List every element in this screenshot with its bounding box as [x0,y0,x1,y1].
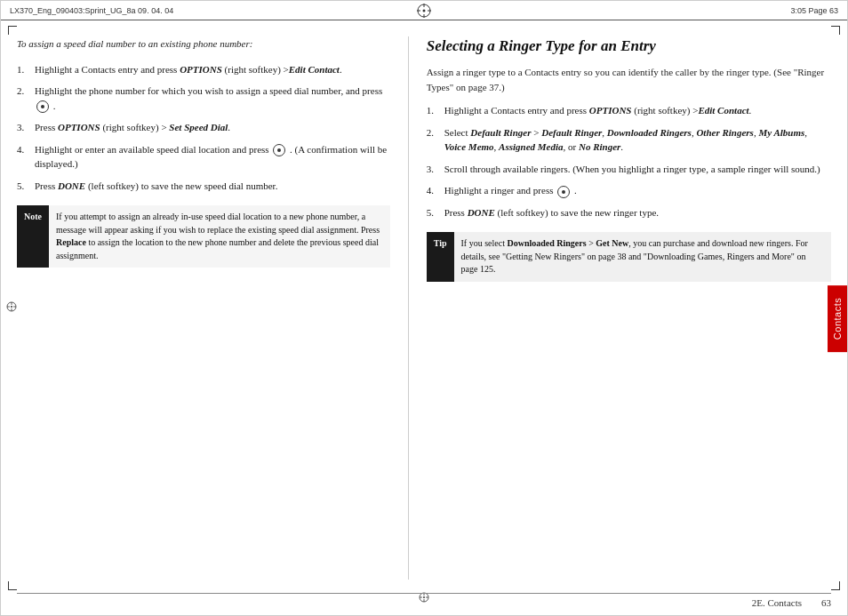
replace-bold: Replace [56,237,86,247]
step-number: 1. [17,62,35,77]
right-steps-list: 1. Highlight a Contacts entry and press … [427,103,831,220]
step-number: 2. [427,125,444,155]
done-text: DONE [468,207,495,218]
side-crosshair-left [6,301,17,316]
step-content: Highlight a Contacts entry and press OPT… [444,103,831,118]
step-content: Highlight a Contacts entry and press OPT… [35,62,390,77]
corner-mark-tl [8,26,17,35]
step-number: 3. [427,162,444,177]
header-center [416,3,432,19]
header-file-info: LX370_Eng_090403:Sprint_UG_8a 09. 04. 04 [10,6,790,15]
corner-mark-tr [831,26,840,35]
list-item: 3. Press OPTIONS (right softkey) > Set S… [17,120,390,135]
options-text: OPTIONS [180,64,222,75]
left-column: To assign a speed dial number to an exis… [17,28,408,588]
right-intro-paragraph: Assign a ringer type to a Contacts entry… [427,65,831,94]
note-content: If you attempt to assign an already in-u… [49,205,390,268]
step-content: Press DONE (left softkey) to save the ne… [444,205,831,220]
list-item: 2. Select Default Ringer > Default Ringe… [427,125,831,155]
no-ringer-text: No Ringer [579,141,620,152]
set-speed-dial-text: Set Speed Dial [169,122,228,132]
header-time-info: 3:05 Page 63 [790,6,838,15]
note-label: Note [17,205,49,268]
header-bar: LX370_Eng_090403:Sprint_UG_8a 09. 04. 04… [1,1,847,20]
list-item: 1. Highlight a Contacts entry and press … [17,62,390,77]
ok-icon [557,186,570,198]
downloaded-ringers-bold: Downloaded Ringers [507,238,586,248]
step-number: 1. [427,103,444,118]
downloaded-ringers-text: Downloaded Ringers [607,127,692,138]
step-content: Select Default Ringer > Default Ringer, … [444,125,831,155]
content-area: To assign a speed dial number to an exis… [17,28,831,588]
corner-mark-bl [8,581,17,590]
list-item: 4. Highlight or enter an available speed… [17,142,390,172]
left-steps-list: 1. Highlight a Contacts entry and press … [17,62,390,194]
step-number: 2. [17,84,35,113]
footer: 2E. Contacts 63 [17,593,831,608]
list-item: 1. Highlight a Contacts entry and press … [427,103,831,118]
step-content: Highlight a ringer and press . [444,183,831,198]
done-text: DONE [58,180,85,191]
step-content: Press OPTIONS (right softkey) > Set Spee… [35,120,390,135]
step-number: 4. [17,142,35,172]
default-ringer-text: Default Ringer [470,127,531,138]
list-item: 4. Highlight a ringer and press . [427,183,831,198]
edit-contact-text: Edit Contact [698,105,748,116]
tip-label: Tip [427,232,454,282]
list-item: 2. Highlight the phone number for which … [17,84,390,113]
right-column: Selecting a Ringer Type for an Entry Ass… [409,28,831,588]
step-number: 5. [427,205,444,220]
default-ringer-2-text: Default Ringer [541,127,602,138]
section-heading: Selecting a Ringer Type for an Entry [427,36,831,56]
tip-content: If you select Downloaded Ringers > Get N… [454,232,831,282]
note-box: Note If you attempt to assign an already… [17,205,390,268]
contacts-tab: Contacts [828,285,847,352]
step-content: Highlight the phone number for which you… [35,84,390,113]
step-content: Press DONE (left softkey) to save the ne… [35,179,390,194]
left-intro-text: To assign a speed dial number to an exis… [17,36,390,52]
list-item: 3. Scroll through available ringers. (Wh… [427,162,831,177]
step-number: 3. [17,120,35,135]
tip-box: Tip If you select Downloaded Ringers > G… [427,232,831,282]
crosshair-icon [416,3,432,19]
step-content: Highlight or enter an available speed di… [35,142,390,172]
list-item: 5. Press DONE (left softkey) to save the… [17,179,390,194]
step-number: 5. [17,179,35,194]
footer-text: 2E. Contacts 63 [752,597,831,608]
svg-point-5 [423,9,426,12]
voice-memo-text: Voice Memo [444,141,494,152]
options-text: OPTIONS [589,105,632,116]
ok-icon [273,144,285,156]
my-albums-text: My Albums [758,127,804,138]
page-container: LX370_Eng_090403:Sprint_UG_8a 09. 04. 04… [0,0,848,616]
get-new-bold: Get New [596,238,628,248]
assigned-media-text: Assigned Media [499,141,563,152]
ok-icon [36,100,49,113]
other-ringers-text: Other Ringers [696,127,754,138]
corner-mark-br [831,581,840,590]
options-text: OPTIONS [58,122,100,132]
svg-point-11 [11,306,12,308]
step-content: Scroll through available ringers. (When … [444,162,831,177]
step-number: 4. [427,183,444,198]
list-item: 5. Press DONE (left softkey) to save the… [427,205,831,220]
edit-contact-text: Edit Contact [289,64,340,75]
